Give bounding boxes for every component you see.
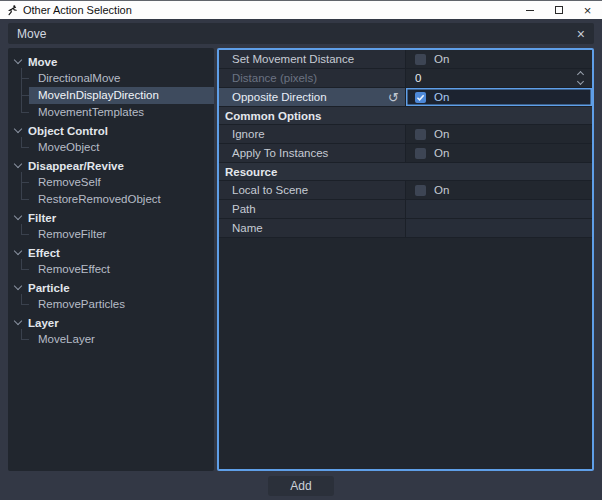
checkbox-state-label: On — [434, 184, 449, 196]
property-row-local-to-scene: Local to SceneOn — [219, 181, 592, 200]
tree-item-move[interactable]: Move — [8, 53, 214, 70]
tree-children-layer: MoveLayer — [8, 331, 214, 348]
dialog-header-title: Move — [17, 27, 577, 41]
tree-children-filter: RemoveFilter — [8, 226, 214, 243]
checkbox-set-movement-distance[interactable] — [415, 54, 426, 65]
tree-group-effect: EffectRemoveEffect — [8, 244, 214, 278]
chevron-down-icon — [14, 56, 22, 64]
checkbox-opposite-direction[interactable] — [415, 92, 426, 103]
chevron-down-icon — [14, 125, 22, 133]
tree-group-label: Move — [28, 56, 57, 68]
property-label-set-movement-distance: Set Movement Distance — [219, 50, 406, 68]
tree-item-removeparticles[interactable]: RemoveParticles — [29, 296, 214, 313]
tree-item-effect[interactable]: Effect — [8, 244, 214, 261]
property-value-distance-pixels[interactable]: 0 — [406, 69, 592, 87]
add-button[interactable]: Add — [268, 476, 334, 496]
section-header-resource: Resource — [219, 163, 592, 181]
checkbox-apply-to-instances[interactable] — [415, 148, 426, 159]
tree-item-movelayer[interactable]: MoveLayer — [29, 331, 214, 348]
property-row-set-movement-distance: Set Movement DistanceOn — [219, 50, 592, 69]
checkbox-local-to-scene[interactable] — [415, 185, 426, 196]
tree-children-disappear-revive: RemoveSelfRestoreRemovedObject — [8, 174, 214, 208]
property-label-name: Name — [219, 219, 406, 237]
tree-group-label: Filter — [28, 212, 56, 224]
property-value-apply-to-instances: On — [406, 144, 592, 162]
action-properties-panel: Set Movement DistanceOnDistance (pixels)… — [217, 48, 594, 471]
tree-item-moveobject[interactable]: MoveObject — [29, 139, 214, 156]
checkbox-ignore[interactable] — [415, 129, 426, 140]
tree-group-layer: LayerMoveLayer — [8, 314, 214, 348]
property-label-ignore: Ignore — [219, 125, 406, 143]
maximize-icon — [555, 6, 563, 14]
property-label-path: Path — [219, 200, 406, 218]
tree-item-movementtemplates[interactable]: MovementTemplates — [29, 104, 214, 121]
dialog-header: Move × — [8, 23, 594, 44]
chevron-down-icon — [14, 247, 22, 255]
dialog-content: MoveDirectionalMoveMoveInDisplayDirectio… — [8, 48, 594, 471]
property-label-opposite-direction: Opposite Direction↺ — [219, 88, 406, 106]
tree-item-restoreremovedobject[interactable]: RestoreRemovedObject — [29, 191, 214, 208]
tree-item-filter[interactable]: Filter — [8, 209, 214, 226]
runner-icon — [7, 4, 18, 16]
chevron-down-icon — [14, 160, 22, 168]
tree-item-disappear-revive[interactable]: Disappear/Revive — [8, 157, 214, 174]
chevron-down-icon — [14, 282, 22, 290]
tree-group-label: Object Control — [28, 125, 108, 137]
property-row-opposite-direction: Opposite Direction↺On — [219, 88, 592, 107]
close-button[interactable]: × — [573, 1, 602, 19]
tree-group-label: Layer — [28, 317, 59, 329]
checkbox-state-label: On — [434, 53, 449, 65]
tree-item-moveindisplaydirection[interactable]: MoveInDisplayDirection — [29, 87, 214, 104]
action-tree-panel: MoveDirectionalMoveMoveInDisplayDirectio… — [8, 48, 214, 471]
property-label-local-to-scene: Local to Scene — [219, 181, 406, 199]
tree-group-filter: FilterRemoveFilter — [8, 209, 214, 243]
os-titlebar[interactable]: Other Action Selection × — [0, 0, 602, 19]
spinner-updown-icon[interactable] — [578, 72, 583, 84]
tree-children-particle: RemoveParticles — [8, 296, 214, 313]
minimize-button[interactable] — [515, 1, 544, 19]
property-value-path[interactable] — [406, 200, 592, 218]
property-value-opposite-direction: On — [406, 88, 592, 106]
property-value-set-movement-distance: On — [406, 50, 592, 68]
property-label-distance-pixels: Distance (pixels) — [219, 69, 406, 87]
dialog-close-icon[interactable]: × — [577, 27, 585, 41]
section-header-common-options: Common Options — [219, 107, 592, 125]
tree-item-object-control[interactable]: Object Control — [8, 122, 214, 139]
property-row-distance-pixels: Distance (pixels)0 — [219, 69, 592, 88]
tree-group-label: Disappear/Revive — [28, 160, 124, 172]
tree-group-label: Effect — [28, 247, 60, 259]
tree-group-disappear-revive: Disappear/ReviveRemoveSelfRestoreRemoved… — [8, 157, 214, 208]
window-title: Other Action Selection — [23, 4, 515, 16]
tree-children-object-control: MoveObject — [8, 139, 214, 156]
window-controls: × — [515, 1, 602, 19]
tree-group-particle: ParticleRemoveParticles — [8, 279, 214, 313]
property-value-local-to-scene: On — [406, 181, 592, 199]
tree-item-layer[interactable]: Layer — [8, 314, 214, 331]
other-action-selection-dialog: Other Action Selection × Move × MoveDire… — [0, 0, 602, 500]
tree-group-move: MoveDirectionalMoveMoveInDisplayDirectio… — [8, 53, 214, 121]
minimize-icon — [526, 10, 534, 11]
chevron-down-icon — [14, 212, 22, 220]
tree-group-label: Particle — [28, 282, 70, 294]
tree-children-effect: RemoveEffect — [8, 261, 214, 278]
revert-icon[interactable]: ↺ — [388, 91, 399, 104]
dialog-footer: Add — [0, 476, 602, 496]
tree-children-move: DirectionalMoveMoveInDisplayDirectionMov… — [8, 70, 214, 121]
property-row-apply-to-instances: Apply To InstancesOn — [219, 144, 592, 163]
chevron-down-icon — [14, 317, 22, 325]
tree-item-particle[interactable]: Particle — [8, 279, 214, 296]
property-value-ignore: On — [406, 125, 592, 143]
tree-item-removeeffect[interactable]: RemoveEffect — [29, 261, 214, 278]
property-row-ignore: IgnoreOn — [219, 125, 592, 144]
close-icon: × — [584, 4, 592, 17]
tree-item-removefilter[interactable]: RemoveFilter — [29, 226, 214, 243]
tree-item-removeself[interactable]: RemoveSelf — [29, 174, 214, 191]
property-value-name[interactable] — [406, 219, 592, 237]
property-row-name: Name — [219, 219, 592, 238]
tree-group-object-control: Object ControlMoveObject — [8, 122, 214, 156]
maximize-button[interactable] — [544, 1, 573, 19]
tree-item-directionalmove[interactable]: DirectionalMove — [29, 70, 214, 87]
spin-value: 0 — [415, 72, 578, 84]
tree-guide-line — [21, 68, 22, 113]
checkbox-state-label: On — [434, 147, 449, 159]
